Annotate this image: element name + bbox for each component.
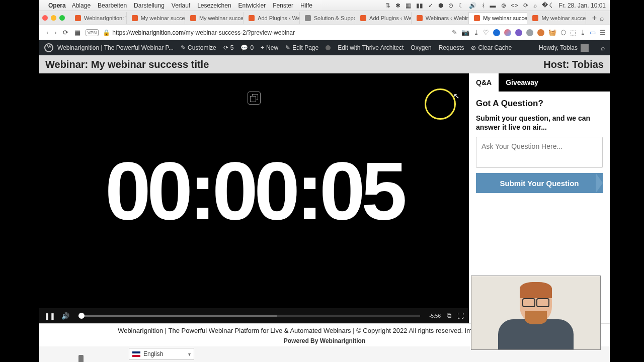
tab-label: My webinar success [141,15,185,21]
browser-tab[interactable]: Add Plugins ‹ Webi [244,12,300,24]
pause-button[interactable]: ❚❚ [44,312,55,320]
menu-help[interactable]: Hilfe [300,2,312,9]
columns-icon[interactable]: ▮▮ [416,2,423,9]
presenter-webcam [471,276,601,350]
browser-tab-active[interactable]: My webinar success [469,12,527,24]
control-center-icon[interactable]: �く [542,1,554,10]
lock-icon[interactable]: 🔒 [103,29,110,36]
browser-tab[interactable]: My webinar success [527,12,586,24]
back-button[interactable]: ‹ [46,29,48,36]
ext-icon[interactable] [504,29,511,36]
grid-icon[interactable]: ▦ [74,29,80,36]
howdy-user[interactable]: Howdy, Tobias [539,44,589,52]
cart-icon[interactable]: 🧺 [548,29,556,36]
browser-tab[interactable]: Add Plugins ‹ Webi [355,12,412,24]
menu-history[interactable]: Verlauf [172,2,190,9]
wp-search-icon[interactable]: ⌕ [601,44,605,52]
edit-page-link[interactable]: ✎Edit Page [285,44,318,51]
calendar-icon[interactable]: ▦ [406,2,411,9]
ext-icon[interactable] [526,29,533,36]
tab-qa[interactable]: Q&A [469,73,499,92]
moon-icon[interactable]: ☾ [458,2,464,9]
qa-subtitle: Submit your question, and we can answer … [476,114,603,132]
menu-icon[interactable]: ☰ [600,29,606,36]
clock[interactable]: Fr. 28. Jan. 10:01 [559,2,606,9]
minimize-window[interactable] [51,15,56,21]
camera-icon[interactable]: 📷 [461,29,469,36]
url-field[interactable]: https://webinarignition.com/my-webinar-s… [112,29,448,36]
spotlight-icon[interactable]: ⌕ [533,2,537,9]
progress-knob[interactable] [78,313,85,319]
forward-button[interactable]: › [54,29,56,36]
partial-window [78,355,84,362]
reload-button[interactable]: ⟳ [63,29,68,36]
download-icon[interactable]: ⤓ [580,29,586,36]
pip-icon[interactable]: ▭ [590,29,596,36]
ext-icon[interactable] [537,29,544,36]
bluetooth-icon[interactable]: ᚼ [481,2,485,9]
tab-label: My webinar success [541,15,586,21]
maximize-window[interactable] [59,15,65,21]
favicon-icon [474,15,480,21]
close-window[interactable] [42,15,48,21]
requests-link[interactable]: Requests [439,44,464,51]
check-icon[interactable]: ✓ [428,2,433,9]
menu-file[interactable]: Ablage [72,2,91,9]
thrive-icon[interactable] [326,45,331,50]
question-input[interactable] [476,137,603,168]
site-name[interactable]: WebinarIgnition | The Powerful Webinar P… [57,44,174,51]
fullscreen-button[interactable]: ⛶ [457,312,464,320]
app-name[interactable]: Opera [48,2,66,9]
browser-tab[interactable]: Webinars ‹ Webinar [412,12,469,24]
clear-cache-link[interactable]: ⊘Clear Cache [471,44,512,51]
menu-developer[interactable]: Entwickler [238,2,266,9]
ext-icon[interactable] [515,29,522,36]
browser-tab[interactable]: My webinar success [127,12,185,24]
tab-label: Add Plugins ‹ Webi [258,15,300,21]
save-icon[interactable]: ⤓ [473,29,479,36]
heart-icon[interactable]: ♡ [483,29,489,36]
star-icon[interactable]: ✱ [395,2,400,9]
code-icon[interactable]: <> [511,2,518,9]
webinar-host: Host: Tobias [543,59,604,70]
volume-button[interactable]: 🔊 [61,312,69,320]
progress-bar[interactable] [78,315,420,317]
language-selector[interactable]: English ▾ [129,348,194,360]
hex-icon[interactable]: ⬢ [438,2,443,9]
updates-link[interactable]: ⟳5 [223,44,234,51]
tabs-search-icon[interactable]: ⌕ [600,14,604,22]
pip-button[interactable]: ⧉ [447,312,451,320]
comments-link[interactable]: 💬0 [240,44,254,51]
customize-link[interactable]: ✎Customize [181,44,216,51]
dropbox-icon[interactable]: ⇅ [385,2,390,9]
vpn-badge[interactable]: VPN [86,29,99,36]
wordpress-icon[interactable] [44,43,53,52]
menu-edit[interactable]: Bearbeiten [98,2,127,9]
new-link[interactable]: +New [261,44,278,51]
sync-icon[interactable]: ⟳ [523,2,528,9]
browser-tab[interactable]: My webinar success [185,12,244,24]
popout-icon[interactable] [248,92,261,105]
tab-label: Add Plugins ‹ Webi [369,15,412,21]
oxygen-link[interactable]: Oxygen [411,44,431,51]
cube-icon[interactable]: ⬡ [560,29,566,36]
browser-tab[interactable]: WebinarIgnition: Yo [70,12,127,24]
favicon-icon [532,15,538,21]
edit-thrive-link[interactable]: Edit with Thrive Architect [338,44,404,51]
edit-icon[interactable]: ✎ [452,29,457,36]
battery-icon[interactable]: ▬ [490,2,496,9]
box-icon[interactable]: ⬚ [570,29,576,36]
menu-bookmarks[interactable]: Lesezeichen [197,2,231,9]
favicon-icon [132,15,138,21]
menu-view[interactable]: Darstellung [134,2,165,9]
wifi-icon[interactable]: ⊚ [501,2,506,9]
ext-icon[interactable] [493,29,500,36]
play-icon[interactable]: ⊙ [448,2,453,9]
new-tab-button[interactable]: + [589,14,600,23]
menu-window[interactable]: Fenster [273,2,293,9]
browser-tab[interactable]: Solution & Support [300,12,355,24]
submit-question-button[interactable]: Submit Your Question [476,173,603,193]
tab-giveaway[interactable]: Giveaway [499,73,545,92]
video-body[interactable]: 00:00:05 ↖ [39,73,469,308]
volume-icon[interactable]: 🔊 [469,2,476,9]
